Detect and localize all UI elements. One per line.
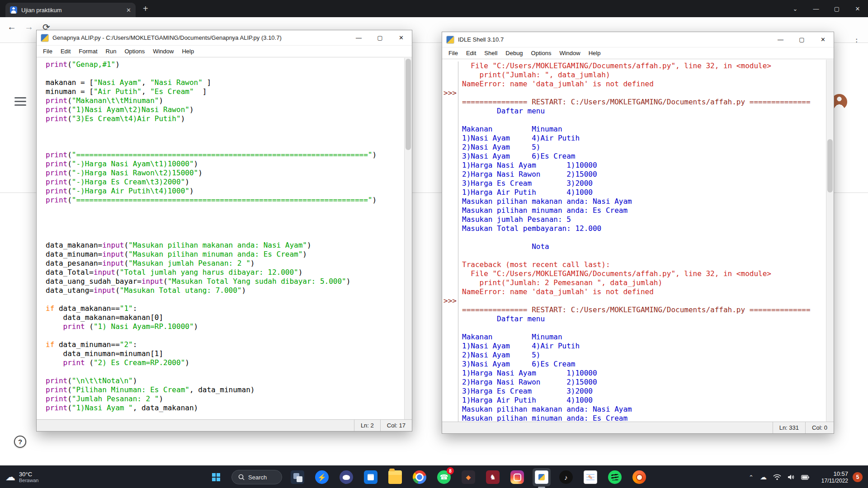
shell-scrollbar-thumb[interactable] (827, 139, 833, 192)
forward-button[interactable]: → (24, 22, 33, 32)
shell-menu-options[interactable]: Options (527, 50, 556, 56)
taskbar-icon-game-dark[interactable]: ◆ (459, 468, 477, 486)
browser-chevron-icon[interactable]: ⌄ (785, 5, 806, 12)
browser-maximize-button[interactable]: ▢ (826, 5, 847, 12)
shell-menu-file[interactable]: File (444, 50, 462, 56)
browser-minimize-button[interactable]: — (806, 5, 826, 12)
shell-line: 2)Nasi Ayam 5) (442, 143, 826, 152)
taskbar-icon-messenger[interactable]: ⚡ (313, 468, 331, 486)
taskbar: ☁ 30°C Berawan Search ⚡☎8◆♞♪✎ ⌃ ☁ (0, 465, 868, 488)
taskbar-icon-game-red[interactable]: ♞ (484, 468, 502, 486)
shell-close-button[interactable]: ✕ (812, 32, 834, 47)
taskbar-icon-instagram[interactable] (508, 468, 526, 486)
shell-menu-edit[interactable]: Edit (462, 50, 480, 56)
start-button[interactable] (207, 468, 225, 486)
shell-line: Masukan jumlah Pesanan: 5 (442, 215, 826, 224)
editor-maximize-button[interactable]: ▢ (369, 30, 391, 46)
taskbar-icon-discord[interactable] (337, 468, 355, 486)
shell-output-area[interactable]: File "C:/Users/MOKLETGAMING/Documents/af… (442, 60, 826, 422)
editor-menu-window[interactable]: Window (149, 48, 178, 55)
editor-title-bar[interactable]: Genapnya ALIP.py - C:/Users/MOKLETGAMING… (37, 30, 412, 46)
editor-code-line: print("Pilihan Minuman: Es Cream", data_… (46, 385, 404, 394)
browser-close-button[interactable]: ✕ (847, 5, 868, 12)
editor-window[interactable]: Genapnya ALIP.py - C:/Users/MOKLETGAMING… (36, 30, 412, 432)
back-button[interactable]: ← (7, 22, 16, 32)
shell-line: Daftar menu (442, 314, 826, 324)
editor-menu-bar: FileEditFormatRunOptionsWindowHelp (37, 46, 412, 57)
tab-close-icon[interactable]: ✕ (126, 7, 131, 14)
editor-code-line: print("Jumlah Pesanan: 2 ") (46, 394, 404, 404)
editor-code-line (46, 214, 404, 223)
shell-window[interactable]: IDLE Shell 3.10.7 — ▢ ✕ FileEditShellDeb… (442, 32, 834, 434)
shell-line: Masukan pilihan makanan anda: Nasi Ayam (442, 405, 826, 414)
editor-scrollbar[interactable] (404, 58, 412, 419)
weather-cloud-icon: ☁ (5, 471, 15, 483)
shell-line: Masukan Total pembayaran: 12.000 (442, 224, 826, 233)
taskbar-icon-file-explorer[interactable] (386, 468, 404, 486)
editor-code-line: print("=================================… (46, 150, 404, 160)
editor-minimize-button[interactable]: — (348, 30, 369, 46)
search-box[interactable]: Search (231, 470, 282, 484)
editor-close-button[interactable]: ✕ (391, 30, 412, 46)
editor-code-line: if data_makanan=="1": (46, 304, 404, 313)
taskbar-clock[interactable]: 10:57 17/11/2022 (821, 466, 848, 488)
taskbar-icon-store[interactable] (362, 468, 380, 486)
battery-icon[interactable] (801, 475, 809, 480)
help-button[interactable]: ? (14, 436, 26, 448)
editor-menu-edit[interactable]: Edit (57, 48, 75, 55)
shell-line (442, 233, 826, 242)
shell-line: Makanan Minuman (442, 333, 826, 342)
editor-code-line: print("-)Harga Air Putih\t4)1000") (46, 187, 404, 196)
editor-code-line: print("Genap,#1") (46, 60, 404, 69)
shell-menu-window[interactable]: Window (555, 50, 584, 56)
editor-status-line: Ln: 2 (354, 420, 380, 431)
editor-menu-run[interactable]: Run (102, 48, 121, 55)
editor-code-line: print ("2) Es Cream=RP.2000") (46, 358, 404, 367)
whatsapp-badge: 8 (447, 467, 454, 474)
browser-tab[interactable]: Ujian praktikum ✕ (5, 3, 136, 17)
new-tab-button[interactable]: + (143, 4, 148, 14)
taskbar-icon-idle[interactable] (533, 468, 551, 486)
editor-code-line: data_Total=input("Total jumlah yang haru… (46, 268, 404, 277)
taskbar-icon-docs[interactable]: ✎ (581, 468, 599, 486)
editor-code-line: print("1)Nasi Ayam\t2)Nasi Rawon") (46, 105, 404, 114)
taskbar-icon-spotify[interactable] (606, 468, 624, 486)
editor-menu-help[interactable]: Help (178, 48, 198, 55)
editor-menu-options[interactable]: Options (120, 48, 149, 55)
editor-code-area[interactable]: print("Genap,#1")makanan = ["Nasi Ayam",… (37, 58, 404, 419)
volume-icon[interactable] (788, 474, 795, 480)
shell-minimize-button[interactable]: — (770, 32, 791, 47)
editor-code-line (46, 295, 404, 304)
shell-status-col: Col: 0 (805, 422, 834, 433)
weather-widget[interactable]: ☁ 30°C Berawan (5, 466, 38, 488)
tray-chevron-up-icon[interactable]: ⌃ (749, 474, 754, 481)
page-hamburger-icon[interactable] (14, 97, 26, 106)
shell-line: 1)Harga Air Putih 4)1000 (442, 396, 826, 405)
editor-code-line: data_minuman=input("Masukan pilihan minu… (46, 250, 404, 259)
idle-shell-icon (446, 36, 454, 44)
editor-menu-format[interactable]: Format (75, 48, 101, 55)
shell-menu-shell[interactable]: Shell (480, 50, 501, 56)
taskbar-icon-whatsapp[interactable]: ☎8 (435, 468, 453, 486)
tray-cloud-icon[interactable]: ☁ (760, 473, 767, 481)
editor-code-line (46, 232, 404, 241)
taskbar-icon-task-view[interactable] (288, 468, 307, 486)
taskbar-icon-tiktok[interactable]: ♪ (557, 468, 575, 486)
shell-menu-debug[interactable]: Debug (501, 50, 527, 56)
browser-tab-strip: Ujian praktikum ✕ + ⌄ — ▢ ✕ (0, 0, 868, 17)
editor-menu-file[interactable]: File (39, 48, 57, 55)
shell-menu-help[interactable]: Help (585, 50, 605, 56)
editor-code-line (46, 367, 404, 376)
taskbar-icon-chrome[interactable] (410, 468, 429, 486)
wifi-icon[interactable] (773, 474, 781, 480)
shell-maximize-button[interactable]: ▢ (791, 32, 812, 47)
notification-count-badge[interactable]: 5 (853, 472, 863, 482)
shell-title-bar[interactable]: IDLE Shell 3.10.7 — ▢ ✕ (442, 32, 834, 47)
tab-title: Ujian praktikum (21, 7, 62, 14)
shell-scrollbar[interactable] (826, 60, 834, 422)
shell-line: print("Jumlah: ", data_jumlah) (442, 70, 826, 80)
editor-scrollbar-thumb[interactable] (406, 59, 411, 150)
shell-line: Masukan pilihan makanan anda: Nasi Ayam (442, 197, 826, 206)
taskbar-icon-browser-orange[interactable] (630, 468, 648, 486)
shell-line: 3)Harga Es Cream 3)2000 (442, 179, 826, 188)
